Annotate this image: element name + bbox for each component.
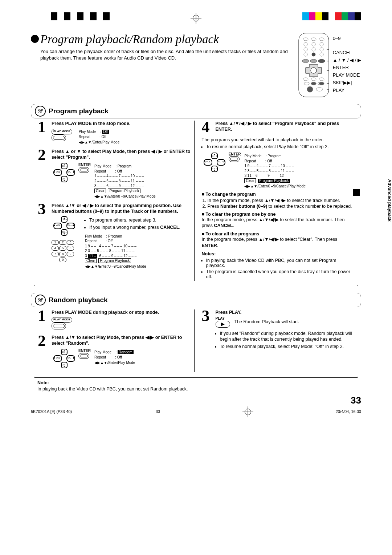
svg-point-13 <box>312 53 315 56</box>
svg-point-25 <box>311 82 316 85</box>
step-1-text: Press PLAY MODE in the stop mode. <box>52 121 130 126</box>
svg-point-6 <box>320 42 323 46</box>
svg-point-10 <box>304 53 307 56</box>
svg-text:VOL + ▶: VOL + ▶ <box>66 224 75 226</box>
osd-3: Play Mode : Program Repeat : Off 1 9 – –… <box>85 234 191 269</box>
random-bullet-1: If you set "Random" during playback mode… <box>220 331 355 343</box>
to-change-2: Press Number buttons (0–9) to select the… <box>208 204 355 209</box>
footer-center: 33 <box>156 409 160 417</box>
random-note-head: Note: <box>37 380 49 385</box>
random-section-body: 1 Press PLAY MODE during playback or sto… <box>34 305 358 378</box>
to-clear-all-head: ■ To clear all the programs <box>202 231 355 236</box>
cross-pad-icon-2: ▲CH + CH –▼ ◀ VOL –VOL + ▶ <box>52 216 77 236</box>
register-cross-icon <box>192 14 200 22</box>
section-title-program: Program playback <box>49 107 109 115</box>
svg-point-7 <box>304 48 307 51</box>
step-2: 2 Press ▲ or ▼ to select Play Mode, then… <box>38 149 191 199</box>
svg-point-14 <box>302 59 309 63</box>
step-3-bullet-2: If you input a wrong number, press CANCE… <box>89 224 191 230</box>
svg-point-9 <box>320 48 323 51</box>
svg-text:▼: ▼ <box>63 179 65 182</box>
svg-text:CH +: CH + <box>62 165 67 167</box>
osd-2: Play Mode : Program Repeat : Off 1 – – –… <box>94 164 156 199</box>
svg-text:VOL + ▶: VOL + ▶ <box>66 357 75 359</box>
random-step-2: 2 Press ▲/▼ to select Play Mode, then pr… <box>38 335 191 369</box>
remote-diagram: 0–9 CANCEL ▲ / ▼ / ◀ / ▶ ENTER PLAY MODE… <box>298 33 361 97</box>
svg-point-8 <box>312 48 315 51</box>
random-note-1: In playing back the Video CD with PBC, y… <box>37 386 188 392</box>
enter-label-2: ENTER <box>229 152 241 156</box>
osd-1: Play Mode : Off Repeat : Off ◀▶▲▼/Enter/… <box>79 129 120 145</box>
footer-left: 5K70201A [E] (P33-40) <box>31 409 72 417</box>
enter-button-icon-2 <box>229 156 240 162</box>
intro-text: You can arrange the playback order of tr… <box>40 48 291 61</box>
svg-point-19 <box>303 78 308 81</box>
svg-point-28 <box>316 88 323 91</box>
step-3-bullet-1: To program others, repeat step 3. <box>89 217 191 223</box>
enter-label-3: ENTER <box>78 348 91 353</box>
enter-label: ENTER <box>78 162 91 167</box>
play-mode-button-icon-2 <box>52 323 66 329</box>
svg-text:◀ VOL –: ◀ VOL – <box>53 357 62 359</box>
remote-label-cancel: CANCEL <box>333 49 361 57</box>
to-clear-one-text: In the program mode, press ▲/▼/◀/▶ to se… <box>202 217 355 229</box>
step-2-text: Press ▲ or ▼ to select Play Mode, then p… <box>52 149 190 160</box>
page-footer: 5K70201A [E] (P33-40) 33 20/4/04, 16:00 <box>31 408 361 428</box>
play-mode-button-icon <box>52 134 66 141</box>
step-4: 4 Press ▲/▼/◀ / ▶ to select "Program Pla… <box>202 121 355 133</box>
svg-point-4 <box>304 42 307 46</box>
to-clear-all-text: In the program mode, press ▲/▼/◀/▶ to se… <box>202 236 355 248</box>
remote-label-arrows: ▲ / ▼ / ◀ / ▶ <box>333 57 361 64</box>
play-mode-label-2: PLAY MODE <box>52 317 72 322</box>
step-1: 1 Press PLAY MODE in the stop mode. PLAY… <box>38 121 191 145</box>
svg-text:VOL + ▶: VOL + ▶ <box>217 161 225 163</box>
side-tab: Advanced playback <box>387 179 392 222</box>
to-change-1: In the program mode, press ▲/▼/◀ /▶ to s… <box>208 198 355 203</box>
note-2: The program is cancelled when you open t… <box>206 269 355 279</box>
svg-point-3 <box>319 38 324 41</box>
svg-text:CH +: CH + <box>62 351 67 353</box>
play-button-icon <box>216 321 230 328</box>
step-4-bullet: To resume normal playback, select Play M… <box>206 144 355 149</box>
random-step-1-text: Press PLAY MODE during playback or stop … <box>52 310 159 315</box>
play-label: PLAY <box>216 316 230 321</box>
page-title: Program playback/Random playback <box>31 33 291 46</box>
svg-text:◀ VOL –: ◀ VOL – <box>53 224 62 226</box>
notes-head: Notes: <box>202 251 355 256</box>
bw-bars <box>51 12 110 20</box>
svg-text:◀ VOL –: ◀ VOL – <box>204 161 212 163</box>
svg-point-1 <box>303 38 308 41</box>
svg-point-18 <box>311 68 317 73</box>
random-bullet-2: To resume normal playback, select Play M… <box>220 344 355 349</box>
svg-point-20 <box>311 78 316 81</box>
cross-pad-icon-4: ▲CH + CH –▼ ◀ VOL –VOL + ▶ <box>52 348 77 369</box>
number-keypad-icon: 123 456 789 0 <box>52 240 79 262</box>
cross-pad-icon-3: ▲CH + CH –▼ ◀ VOL –VOL + ▶ <box>202 152 227 173</box>
remote-label-playmode: PLAY MODE <box>333 72 361 79</box>
note-1: In playing back the Video CD with PBC, y… <box>206 258 355 268</box>
section-title-random: Random playback <box>49 296 108 304</box>
remote-label-enter: ENTER <box>333 64 361 72</box>
reg-marks-top <box>0 11 392 25</box>
svg-text:◀ VOL –: ◀ VOL – <box>53 171 62 173</box>
svg-text:▼: ▼ <box>213 169 216 171</box>
svg-point-27 <box>307 86 313 92</box>
step-4-after: The programs you selected will start to … <box>202 137 355 143</box>
enter-button-icon <box>78 167 89 173</box>
svg-text:CH +: CH + <box>212 155 217 157</box>
step-4-text: Press ▲/▼/◀ / ▶ to select "Program Playb… <box>216 121 339 132</box>
svg-text:VOL + ▶: VOL + ▶ <box>66 171 75 173</box>
osd-random: Play Mode : Random Repeat : Off ◀▶▲▼/Ent… <box>94 350 135 365</box>
disc-badge-icon: VCD CD <box>35 295 46 305</box>
random-step-1: 1 Press PLAY MODE during playback or sto… <box>38 309 191 331</box>
osd-4: Play Mode : Program Repeat : Off 1 9 – –… <box>244 154 306 189</box>
svg-point-15 <box>310 59 317 63</box>
svg-point-2 <box>311 38 316 41</box>
to-clear-one-head: ■ To clear the program one by one <box>202 212 355 217</box>
svg-point-5 <box>312 42 315 46</box>
svg-marker-74 <box>221 323 225 326</box>
svg-text:▼: ▼ <box>63 365 65 368</box>
random-step-3-after: The Random Playback will start. <box>234 319 299 325</box>
disc-badge-icon: VCD CD <box>35 106 46 117</box>
remote-label-nums: 0–9 <box>333 35 361 42</box>
